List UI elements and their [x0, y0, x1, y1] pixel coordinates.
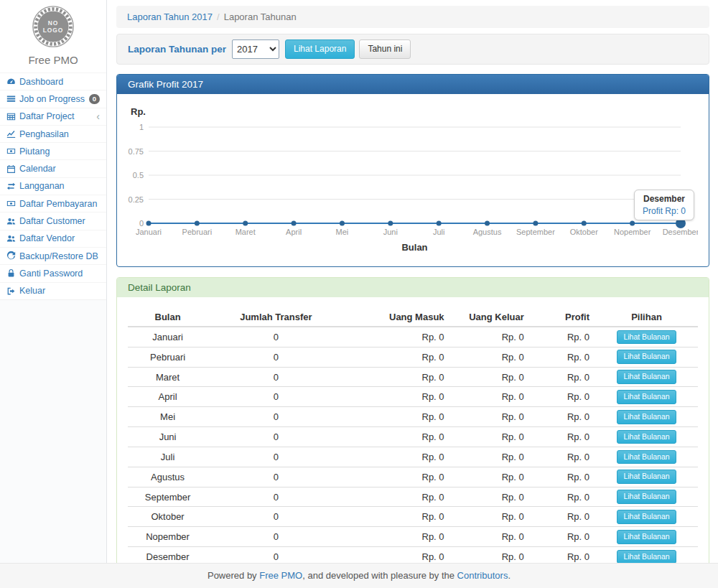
lihat-bulanan-button[interactable]: Lihat Bulanan	[617, 510, 676, 524]
cell-jumlah-transfer: 0	[208, 427, 345, 447]
data-point-nopember[interactable]	[630, 221, 635, 226]
data-point-juni[interactable]	[388, 221, 393, 226]
cell-uang-keluar: Rp. 0	[450, 467, 530, 487]
cell-uang-masuk: Rp. 0	[345, 347, 450, 367]
tahun-ini-button[interactable]: Tahun ini	[359, 39, 411, 60]
cell-bulan: Oktober	[128, 507, 208, 527]
sidebar: NO LOGO Free PMO DashboardJob on Progres…	[0, 0, 107, 563]
breadcrumb-link-year-report[interactable]: Laporan Tahun 2017	[127, 11, 213, 22]
data-point-maret[interactable]	[243, 221, 248, 226]
cell-profit: Rp. 0	[530, 327, 595, 347]
data-point-oktober[interactable]	[582, 221, 587, 226]
footer-text-middle: , and developed with pleasure by the	[302, 570, 457, 581]
lihat-laporan-button[interactable]: Lihat Laporan	[285, 39, 355, 60]
lihat-bulanan-button[interactable]: Lihat Bulanan	[617, 410, 676, 424]
sidebar-nav: DashboardJob on Progress0Daftar Project‹…	[0, 73, 106, 300]
sidebar-item-backup-restore-db[interactable]: Backup/Restore DB	[0, 247, 106, 264]
cell-profit: Rp. 0	[530, 487, 595, 507]
breadcrumb-separator: /	[217, 11, 220, 22]
table-icon	[6, 112, 16, 121]
cell-profit: Rp. 0	[530, 347, 595, 367]
sidebar-item-daftar-vendor[interactable]: Daftar Vendor	[0, 230, 106, 247]
sidebar-item-daftar-project[interactable]: Daftar Project‹	[0, 108, 106, 125]
profit-line-chart: Rp.00.250.50.751JanuariPebruariMaretApri…	[128, 105, 698, 256]
exchange-icon	[6, 182, 16, 191]
data-point-april[interactable]	[292, 221, 297, 226]
data-point-januari[interactable]	[146, 221, 151, 226]
lihat-bulanan-button[interactable]: Lihat Bulanan	[617, 530, 676, 544]
lihat-bulanan-button[interactable]: Lihat Bulanan	[617, 350, 676, 364]
cell-uang-masuk: Rp. 0	[345, 327, 450, 347]
footer-link-contributors[interactable]: Contributors	[457, 570, 508, 581]
chevron-left-icon: ‹	[96, 111, 100, 121]
sidebar-item-job-on-progress[interactable]: Job on Progress0	[0, 90, 106, 107]
chart-x-tick: Desember	[663, 228, 698, 236]
lihat-bulanan-button[interactable]: Lihat Bulanan	[617, 330, 676, 345]
data-point-pebruari[interactable]	[195, 221, 200, 226]
table-row-oktober: Oktober0Rp. 0Rp. 0Rp. 0Lihat Bulanan	[128, 507, 698, 527]
table-row-agustus: Agustus0Rp. 0Rp. 0Rp. 0Lihat Bulanan	[128, 467, 698, 487]
sidebar-item-label: Daftar Pembayaran	[19, 199, 97, 209]
data-point-mei[interactable]	[340, 221, 345, 226]
lihat-bulanan-button[interactable]: Lihat Bulanan	[617, 490, 676, 504]
sidebar-item-keluar[interactable]: Keluar	[0, 282, 106, 299]
tasks-icon	[6, 94, 16, 103]
chart-x-tick: Oktober	[570, 228, 598, 236]
lihat-bulanan-button[interactable]: Lihat Bulanan	[617, 550, 676, 564]
data-point-agustus[interactable]	[485, 221, 490, 226]
sidebar-item-calendar[interactable]: Calendar	[0, 159, 106, 177]
cell-uang-keluar: Rp. 0	[450, 347, 530, 367]
sidebar-item-daftar-customer[interactable]: Daftar Customer	[0, 212, 106, 229]
cell-jumlah-transfer: 0	[208, 467, 345, 487]
cell-uang-masuk: Rp. 0	[345, 507, 450, 527]
profit-chart-panel: Grafik Profit 2017 Rp.00.250.50.751Janua…	[116, 74, 709, 267]
cell-pilihan: Lihat Bulanan	[595, 347, 698, 367]
cell-bulan: Januari	[128, 327, 208, 347]
cell-uang-masuk: Rp. 0	[345, 427, 450, 447]
table-row-pebruari: Pebruari0Rp. 0Rp. 0Rp. 0Lihat Bulanan	[128, 347, 698, 367]
cell-bulan: April	[128, 387, 208, 407]
chart-x-tick: Pebruari	[182, 228, 213, 236]
cell-uang-keluar: Rp. 0	[450, 447, 530, 467]
lihat-bulanan-button[interactable]: Lihat Bulanan	[617, 470, 676, 484]
main-content: Laporan Tahun 2017/Laporan Tahunan Lapor…	[108, 0, 718, 563]
cell-jumlah-transfer: 0	[208, 347, 345, 367]
sidebar-item-penghasilan[interactable]: Penghasilan	[0, 125, 106, 142]
cell-uang-keluar: Rp. 0	[450, 387, 530, 407]
cell-profit: Rp. 0	[530, 427, 595, 447]
lihat-bulanan-button[interactable]: Lihat Bulanan	[617, 370, 676, 384]
lihat-bulanan-button[interactable]: Lihat Bulanan	[617, 450, 676, 465]
sidebar-item-label: Daftar Customer	[19, 216, 85, 226]
cell-uang-keluar: Rp. 0	[450, 507, 530, 527]
table-header-row: BulanJumlah TransferUang MasukUang Kelua…	[128, 308, 698, 327]
cell-uang-masuk: Rp. 0	[345, 387, 450, 407]
cell-bulan: Agustus	[128, 467, 208, 487]
breadcrumb-current: Laporan Tahunan	[224, 11, 297, 22]
cell-pilihan: Lihat Bulanan	[595, 487, 698, 507]
chart-x-tick: September	[516, 228, 555, 236]
cell-pilihan: Lihat Bulanan	[595, 507, 698, 527]
sidebar-item-label: Langganan	[19, 181, 65, 191]
data-point-juli[interactable]	[437, 221, 442, 226]
cell-bulan: Nopember	[128, 527, 208, 547]
chart-y-tick: 0	[139, 219, 144, 228]
sidebar-item-ganti-password[interactable]: Ganti Password	[0, 264, 106, 281]
sidebar-item-piutang[interactable]: Piutang	[0, 142, 106, 159]
sidebar-item-daftar-pembayaran[interactable]: Daftar Pembayaran	[0, 195, 106, 212]
data-point-september[interactable]	[533, 221, 538, 226]
year-select[interactable]: 2017	[232, 39, 279, 59]
lihat-bulanan-button[interactable]: Lihat Bulanan	[617, 390, 676, 404]
sidebar-item-langganan[interactable]: Langganan	[0, 177, 106, 195]
detail-report-panel: Detail Laporan BulanJumlah TransferUang …	[116, 277, 709, 588]
table-row-nopember: Nopember0Rp. 0Rp. 0Rp. 0Lihat Bulanan	[128, 527, 698, 547]
cell-bulan: Maret	[128, 367, 208, 387]
lihat-bulanan-button[interactable]: Lihat Bulanan	[617, 430, 676, 444]
cell-jumlah-transfer: 0	[208, 407, 345, 427]
sidebar-item-label: Dashboard	[19, 77, 63, 87]
sidebar-item-label: Penghasilan	[19, 129, 69, 139]
sidebar-item-dashboard[interactable]: Dashboard	[0, 73, 106, 90]
cell-profit: Rp. 0	[530, 407, 595, 427]
cell-pilihan: Lihat Bulanan	[595, 407, 698, 427]
footer-link-free-pmo[interactable]: Free PMO	[259, 570, 302, 581]
money-icon	[6, 199, 16, 208]
